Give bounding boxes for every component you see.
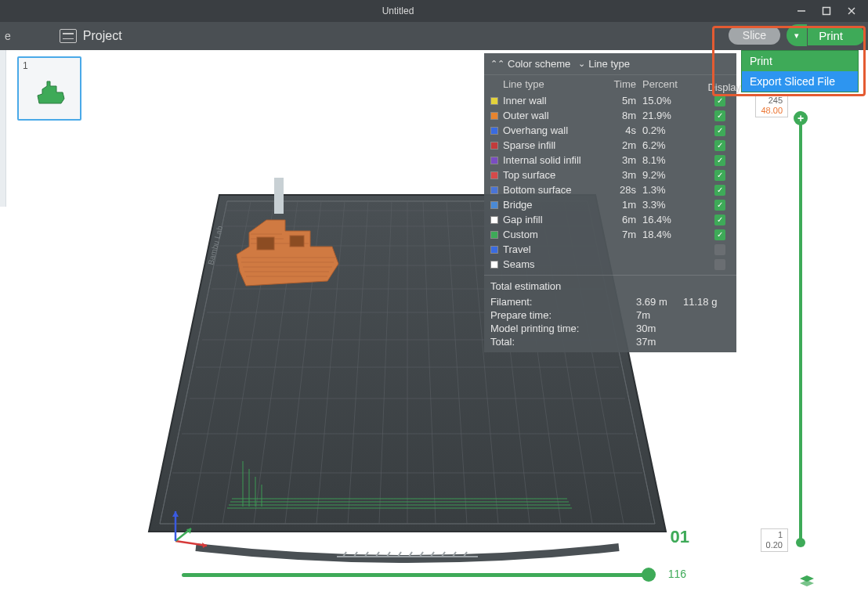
line-type-name: Inner wall: [503, 95, 602, 106]
window-title: Untitled: [0, 5, 796, 16]
color-swatch: [490, 157, 498, 164]
visibility-checkbox[interactable]: ✓: [714, 259, 725, 270]
project-icon: [60, 29, 77, 43]
visibility-checkbox[interactable]: ✓: [714, 229, 725, 240]
svg-marker-57: [202, 543, 207, 548]
layer-slider-bottom-handle[interactable]: [796, 538, 805, 547]
color-swatch: [490, 127, 498, 135]
viewport-area: 1 Bambu Lab: [0, 50, 868, 613]
line-type-row: Outer wall8m21.9%✓: [484, 108, 736, 123]
line-type-row: Seams✓: [484, 257, 736, 272]
total-estimation-label: Total estimation: [484, 275, 736, 295]
minimize-button[interactable]: [796, 5, 807, 16]
line-type-percent: 9.2%: [636, 169, 683, 181]
slice-button[interactable]: Slice: [729, 26, 780, 45]
axis-gizmo: [165, 505, 212, 552]
line-type-name: Top surface: [503, 169, 602, 181]
titlebar: Untitled: [0, 0, 868, 22]
layers-icon[interactable]: [799, 575, 815, 593]
visibility-checkbox[interactable]: ✓: [714, 96, 725, 106]
line-type-row: Bottom surface28s1.3%✓: [484, 182, 736, 197]
visibility-checkbox[interactable]: ✓: [714, 125, 725, 136]
visibility-checkbox[interactable]: ✓: [714, 200, 725, 211]
visibility-checkbox[interactable]: ✓: [714, 110, 725, 121]
line-type-row: Inner wall5m15.0%✓: [484, 93, 736, 108]
color-scheme-toggle[interactable]: ⌃⌃Color scheme: [490, 58, 570, 70]
line-type-row: Bridge1m3.3%✓: [484, 197, 736, 212]
color-swatch: [490, 261, 498, 269]
line-type-time: 4s: [602, 124, 636, 136]
line-type-name: Travel: [503, 243, 602, 255]
layer-range-slider[interactable]: 24548.00 + 10.20: [788, 94, 812, 550]
line-type-time: 8m: [602, 110, 636, 121]
line-type-time: 1m: [602, 199, 636, 211]
color-swatch: [490, 97, 498, 105]
line-type-name: Overhang wall: [503, 124, 602, 136]
visibility-checkbox[interactable]: ✓: [714, 215, 725, 225]
move-slider-handle[interactable]: [642, 568, 656, 582]
visibility-checkbox[interactable]: ✓: [714, 244, 725, 255]
line-type-percent: 18.4%: [636, 229, 683, 240]
line-type-name: Outer wall: [503, 110, 602, 121]
model-chimney: [274, 178, 284, 214]
color-swatch: [490, 231, 498, 239]
color-swatch: [490, 171, 498, 179]
line-type-time: 3m: [602, 154, 636, 166]
slice-info-panel: ⌃⌃Color scheme ⌄Line type Line type Time…: [484, 53, 736, 352]
line-type-row: Top surface3m9.2%✓: [484, 168, 736, 182]
line-type-time: 5m: [602, 95, 636, 106]
color-swatch: [490, 142, 498, 150]
line-type-row: Sparse infill2m6.2%✓: [484, 138, 736, 153]
color-swatch: [490, 201, 498, 209]
color-swatch: [490, 112, 498, 120]
svg-rect-70: [257, 237, 274, 250]
line-type-name: Bridge: [503, 199, 602, 211]
line-type-time: 28s: [602, 184, 636, 196]
line-type-name: Seams: [503, 258, 602, 270]
line-type-percent: 16.4%: [636, 214, 683, 225]
line-type-row: Travel✓: [484, 242, 736, 257]
close-button[interactable]: [846, 5, 857, 16]
color-swatch: [490, 216, 498, 224]
move-slider-value: 116: [668, 568, 686, 580]
line-type-row: Gap infill6m16.4%✓: [484, 212, 736, 227]
total-time-row: Total:37m: [484, 335, 736, 352]
line-type-name: Bottom surface: [503, 184, 602, 196]
line-type-dropdown[interactable]: ⌄Line type: [578, 58, 630, 70]
project-label[interactable]: Project: [83, 29, 122, 43]
plate-id-label: 01: [671, 527, 689, 547]
line-type-name: Sparse infill: [503, 139, 602, 151]
line-type-percent: 0.2%: [636, 124, 683, 136]
plate-thumbnail[interactable]: 1: [17, 56, 81, 121]
dropdown-export-sliced-file[interactable]: Export Sliced File: [742, 71, 858, 92]
move-slider-track: [182, 573, 649, 577]
svg-marker-61: [172, 511, 179, 517]
filament-row: Filament:3.69 m11.18 g: [484, 295, 736, 308]
prepare-time-row: Prepare time:7m: [484, 308, 736, 322]
visibility-checkbox[interactable]: ✓: [714, 140, 725, 151]
line-type-time: 6m: [602, 214, 636, 225]
layer-bottom-label: 10.20: [761, 528, 788, 552]
display-column-label: Display: [707, 81, 741, 93]
svg-line-56: [175, 541, 207, 546]
line-type-percent: 3.3%: [636, 199, 683, 211]
layer-slider-top-handle[interactable]: +: [794, 111, 808, 125]
move-slider[interactable]: 116: [182, 567, 649, 582]
line-type-name: Internal solid infill: [503, 154, 602, 166]
visibility-checkbox[interactable]: ✓: [714, 185, 725, 196]
line-type-row: Internal solid infill3m8.1%✓: [484, 153, 736, 168]
print-dropdown-toggle[interactable]: ▾: [787, 24, 807, 46]
print-button[interactable]: Print: [808, 26, 865, 45]
line-type-percent: 21.9%: [636, 110, 683, 121]
line-type-percent: 15.0%: [636, 95, 683, 106]
line-type-table-header: Line type Time Percent: [484, 75, 736, 93]
line-type-name: Custom: [503, 229, 602, 240]
toolbar: e Project Slice ▾ Print: [0, 22, 868, 50]
maximize-button[interactable]: [821, 5, 832, 16]
visibility-checkbox[interactable]: ✓: [714, 155, 725, 166]
line-type-name: Gap infill: [503, 214, 602, 225]
dropdown-print[interactable]: Print: [742, 51, 858, 71]
visibility-checkbox[interactable]: ✓: [714, 170, 725, 181]
svg-rect-1: [823, 8, 830, 15]
svg-rect-71: [290, 236, 304, 247]
